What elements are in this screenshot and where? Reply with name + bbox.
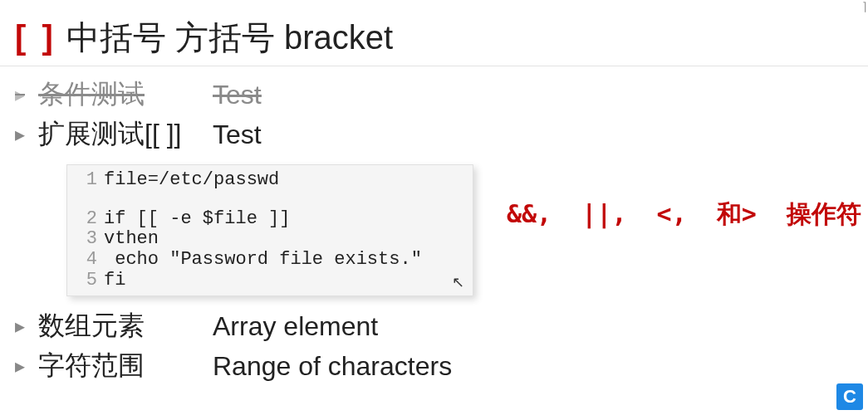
bullet-icon: ▸ (15, 354, 38, 378)
item-cn: 数组元素 (38, 308, 213, 344)
bullet-icon: ▸ (15, 315, 38, 338)
bullet-icon: ▸ (15, 123, 38, 146)
item-en: Range of characters (213, 351, 452, 382)
code-line: 1file=/etc/passwd (67, 170, 473, 191)
code-block: 1file=/etc/passwd 2if [[ -e $file ]] 3vt… (66, 164, 473, 296)
item-en: Test (213, 80, 262, 110)
bullet-item-extended-test: ▸ 扩展测试[[ ]] Test (15, 116, 868, 153)
code-line: 2if [[ -e $file ]] (67, 209, 473, 230)
operators-note: &&, ||, <, 和> 操作符 (507, 198, 861, 232)
code-line: 3vthen (67, 229, 473, 250)
item-cn: 扩展测试[[ ]] (38, 116, 213, 153)
title-bracket-symbol: [ ] (15, 19, 56, 56)
bullet-item-condition-test: ▸ 条件测试 Test (15, 76, 868, 113)
code-line: 5fi (67, 271, 473, 291)
item-en: Test (213, 120, 262, 150)
logo-badge: C (836, 383, 863, 410)
bullet-item-array-element: ▸ 数组元素 Array element (15, 308, 868, 344)
item-cn: 字符范围 (38, 348, 213, 384)
code-line: 4 echo "Password file exists." (67, 250, 473, 271)
item-cn: 条件测试 (38, 76, 213, 113)
corner-mark: ⌉ (862, 0, 866, 13)
bullet-item-range-of-characters: ▸ 字符范围 Range of characters (15, 348, 868, 384)
item-en: Array element (213, 311, 378, 342)
bullet-icon: ▸ (15, 83, 38, 106)
title-text: 中括号 方括号 bracket (66, 15, 393, 61)
slide-title-row: [ ] 中括号 方括号 bracket (0, 0, 868, 66)
